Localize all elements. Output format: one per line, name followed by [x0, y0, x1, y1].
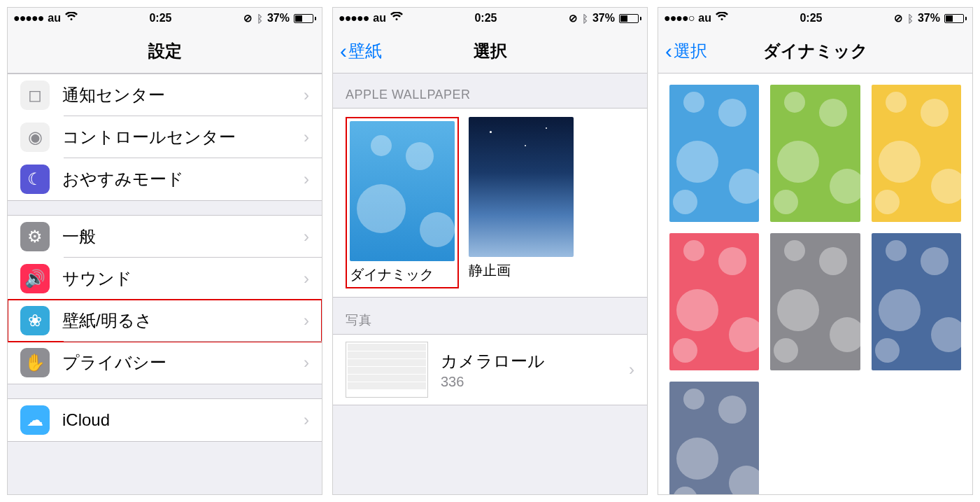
- general-icon: ⚙: [20, 222, 50, 251]
- page-title: 選択: [474, 40, 507, 62]
- do-not-disturb-icon: ☾: [20, 165, 50, 194]
- row-label: 壁紙/明るさ: [62, 309, 304, 332]
- settings-row-icloud[interactable]: ☁iCloud›: [8, 399, 322, 441]
- wallpaper-dark-blue[interactable]: [872, 233, 961, 370]
- apple-wallpaper-header: APPLE WALLPAPER: [333, 74, 647, 108]
- bluetooth-icon: ᛒ: [582, 13, 588, 25]
- carrier-label: au: [373, 12, 386, 25]
- row-label: サウンド: [62, 267, 304, 290]
- row-label: 一般: [62, 225, 304, 248]
- bluetooth-icon: ᛒ: [907, 13, 914, 25]
- clock: 0:25: [474, 12, 497, 25]
- status-bar: ●●●●● au 0:25 ⊘ ᛒ 37%: [8, 8, 322, 29]
- signal-dots: ●●●●○: [664, 12, 694, 25]
- page-title: 設定: [148, 40, 182, 62]
- status-bar: ●●●●○ au 0:25 ⊘ ᛒ 37%: [658, 8, 972, 29]
- bluetooth-icon: ᛒ: [257, 13, 263, 25]
- battery-icon: [294, 14, 316, 23]
- wallpaper-green[interactable]: [770, 85, 860, 222]
- wifi-icon: [65, 12, 78, 25]
- wallpaper-blue[interactable]: [669, 85, 759, 222]
- static-wallpaper-option[interactable]: 静止画: [469, 117, 574, 288]
- camera-roll-row[interactable]: カメラロール 336 ›: [333, 335, 647, 405]
- dynamic-label: ダイナミック: [350, 265, 455, 284]
- row-label: おやすみモード: [62, 168, 304, 190]
- nav-bar: 設定: [8, 29, 322, 74]
- camera-roll-label: カメラロール: [441, 350, 629, 372]
- settings-list[interactable]: ◻通知センター›◉コントロールセンター›☾おやすみモード› ⚙一般›🔊サウンド›…: [8, 74, 322, 494]
- chevron-right-icon: ›: [304, 127, 309, 147]
- settings-row-wallpaper-brightness[interactable]: ❀壁紙/明るさ›: [8, 300, 322, 342]
- chevron-left-icon: ‹: [340, 39, 347, 63]
- wifi-icon: [390, 12, 403, 25]
- control-center-icon: ◉: [20, 123, 50, 152]
- settings-row-control-center[interactable]: ◉コントロールセンター›: [8, 116, 322, 158]
- nav-bar: ‹ 選択 ダイナミック: [658, 29, 972, 74]
- nav-bar: ‹ 壁紙 選択: [333, 29, 647, 74]
- camera-roll-count: 336: [441, 374, 629, 390]
- wallpaper-yellow[interactable]: [872, 85, 961, 222]
- page-title: ダイナミック: [763, 40, 868, 62]
- carrier-label: au: [698, 12, 711, 25]
- back-label: 壁紙: [348, 40, 382, 62]
- wallpaper-red[interactable]: [669, 233, 759, 370]
- settings-row-do-not-disturb[interactable]: ☾おやすみモード›: [8, 158, 322, 200]
- row-label: コントロールセンター: [62, 126, 304, 148]
- rotation-lock-icon: ⊘: [569, 12, 578, 25]
- wallpaper-grid: [658, 74, 972, 494]
- static-thumbnail: [469, 117, 574, 257]
- settings-row-privacy[interactable]: ✋プライバシー›: [8, 342, 322, 384]
- settings-row-notification-center[interactable]: ◻通知センター›: [8, 74, 322, 116]
- wallpaper-brightness-icon: ❀: [20, 306, 50, 335]
- battery-pct: 37%: [267, 12, 290, 25]
- static-label: 静止画: [469, 261, 574, 280]
- rotation-lock-icon: ⊘: [243, 12, 253, 25]
- chevron-left-icon: ‹: [665, 39, 672, 63]
- chevron-right-icon: ›: [304, 227, 309, 246]
- signal-dots: ●●●●●: [13, 12, 43, 25]
- chevron-right-icon: ›: [629, 360, 634, 379]
- battery-pct: 37%: [592, 12, 615, 25]
- signal-dots: ●●●●●: [339, 12, 369, 25]
- row-label: 通知センター: [62, 84, 304, 106]
- wallpaper-slate[interactable]: [669, 382, 759, 494]
- back-label: 選択: [674, 40, 707, 62]
- chevron-right-icon: ›: [304, 311, 309, 330]
- settings-screen: ●●●●● au 0:25 ⊘ ᛒ 37% 設定 ◻通知センター›◉コントロール…: [7, 7, 322, 495]
- chevron-right-icon: ›: [304, 269, 309, 288]
- back-button[interactable]: ‹ 選択: [665, 39, 707, 63]
- dynamic-thumbnail: [350, 121, 455, 261]
- notification-center-icon: ◻: [20, 81, 50, 110]
- wifi-icon: [716, 12, 728, 25]
- wallpaper-select-screen: ●●●●● au 0:25 ⊘ ᛒ 37% ‹ 壁紙 選択 APPLE WALL…: [332, 7, 648, 495]
- clock: 0:25: [800, 12, 822, 25]
- sounds-icon: 🔊: [20, 264, 50, 293]
- settings-row-sounds[interactable]: 🔊サウンド›: [8, 258, 322, 300]
- battery-icon: [619, 14, 641, 23]
- row-label: プライバシー: [62, 351, 304, 374]
- battery-pct: 37%: [918, 12, 940, 25]
- row-label: iCloud: [62, 410, 304, 430]
- chevron-right-icon: ›: [304, 353, 309, 372]
- chevron-right-icon: ›: [304, 85, 309, 105]
- carrier-label: au: [48, 12, 61, 25]
- back-button[interactable]: ‹ 壁紙: [340, 39, 382, 63]
- status-bar: ●●●●● au 0:25 ⊘ ᛒ 37%: [333, 8, 647, 29]
- chevron-right-icon: ›: [304, 169, 309, 189]
- camera-roll-thumbnail: [346, 342, 428, 398]
- settings-row-general[interactable]: ⚙一般›: [8, 216, 322, 258]
- dynamic-wallpaper-option[interactable]: ダイナミック: [346, 117, 459, 288]
- battery-icon: [944, 14, 967, 23]
- wallpaper-gray[interactable]: [770, 233, 860, 370]
- privacy-icon: ✋: [20, 348, 50, 377]
- chevron-right-icon: ›: [304, 410, 309, 430]
- rotation-lock-icon: ⊘: [894, 12, 903, 25]
- dynamic-wallpaper-screen: ●●●●○ au 0:25 ⊘ ᛒ 37% ‹ 選択 ダイナミック: [658, 7, 973, 495]
- photos-header: 写真: [333, 298, 647, 334]
- icloud-icon: ☁: [20, 405, 50, 435]
- clock: 0:25: [149, 12, 171, 25]
